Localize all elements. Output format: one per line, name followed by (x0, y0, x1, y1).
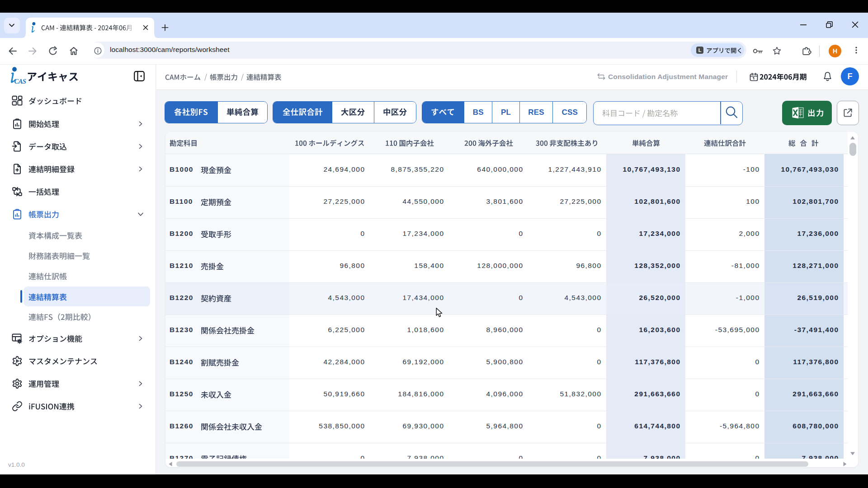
svg-text:CAS: CAS (14, 78, 26, 85)
